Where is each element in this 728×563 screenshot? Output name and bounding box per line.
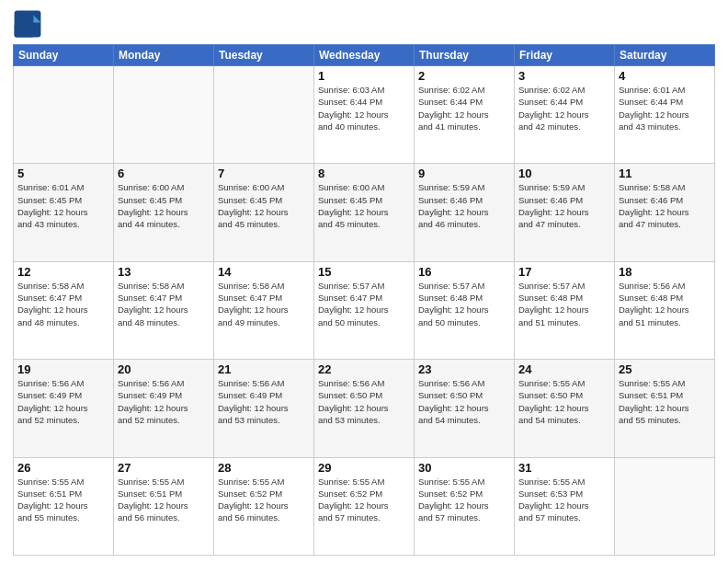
calendar-cell: 10Sunrise: 5:59 AM Sunset: 6:46 PM Dayli… <box>515 164 615 261</box>
weekday-header-friday: Friday <box>515 45 615 66</box>
calendar-cell: 26Sunrise: 5:55 AM Sunset: 6:51 PM Dayli… <box>14 457 114 555</box>
header <box>13 9 715 39</box>
weekday-header-wednesday: Wednesday <box>314 45 415 66</box>
page: SundayMondayTuesdayWednesdayThursdayFrid… <box>0 0 728 563</box>
calendar-row: 12Sunrise: 5:58 AM Sunset: 6:47 PM Dayli… <box>14 261 715 359</box>
day-info: Sunrise: 6:02 AM Sunset: 6:44 PM Dayligh… <box>518 84 610 132</box>
day-info: Sunrise: 5:55 AM Sunset: 6:53 PM Dayligh… <box>518 476 610 524</box>
day-number: 5 <box>17 167 109 180</box>
weekday-header-sunday: Sunday <box>14 45 114 66</box>
calendar-row: 19Sunrise: 5:56 AM Sunset: 6:49 PM Dayli… <box>14 360 715 457</box>
day-info: Sunrise: 6:01 AM Sunset: 6:45 PM Dayligh… <box>17 181 109 230</box>
day-info: Sunrise: 5:56 AM Sunset: 6:49 PM Dayligh… <box>218 377 310 426</box>
day-number: 3 <box>518 69 610 83</box>
day-number: 31 <box>518 461 610 475</box>
weekday-header-monday: Monday <box>114 45 214 66</box>
calendar-cell: 14Sunrise: 5:58 AM Sunset: 6:47 PM Dayli… <box>214 261 314 359</box>
day-info: Sunrise: 6:00 AM Sunset: 6:45 PM Dayligh… <box>218 181 310 230</box>
day-number: 24 <box>518 362 610 376</box>
calendar-row: 26Sunrise: 5:55 AM Sunset: 6:51 PM Dayli… <box>14 457 715 555</box>
calendar: SundayMondayTuesdayWednesdayThursdayFrid… <box>13 44 715 556</box>
logo-icon <box>13 9 42 39</box>
day-info: Sunrise: 5:58 AM Sunset: 6:47 PM Dayligh… <box>17 280 109 328</box>
calendar-row: 5Sunrise: 6:01 AM Sunset: 6:45 PM Daylig… <box>14 164 715 261</box>
day-info: Sunrise: 5:55 AM Sunset: 6:51 PM Dayligh… <box>619 377 711 426</box>
calendar-cell <box>114 66 214 164</box>
day-number: 10 <box>518 167 610 180</box>
day-info: Sunrise: 5:56 AM Sunset: 6:49 PM Dayligh… <box>17 377 109 426</box>
day-number: 1 <box>318 69 410 83</box>
calendar-cell <box>14 66 114 164</box>
day-number: 27 <box>118 461 210 475</box>
calendar-cell <box>214 66 314 164</box>
day-info: Sunrise: 6:00 AM Sunset: 6:45 PM Dayligh… <box>118 181 210 230</box>
day-number: 4 <box>619 69 711 83</box>
day-info: Sunrise: 5:57 AM Sunset: 6:48 PM Dayligh… <box>518 280 610 328</box>
logo <box>13 9 45 39</box>
svg-rect-2 <box>15 24 34 37</box>
calendar-cell: 21Sunrise: 5:56 AM Sunset: 6:49 PM Dayli… <box>214 360 314 457</box>
day-info: Sunrise: 5:56 AM Sunset: 6:50 PM Dayligh… <box>418 377 510 426</box>
day-info: Sunrise: 5:59 AM Sunset: 6:46 PM Dayligh… <box>518 181 610 230</box>
day-info: Sunrise: 5:55 AM Sunset: 6:52 PM Dayligh… <box>318 476 410 524</box>
calendar-cell: 18Sunrise: 5:56 AM Sunset: 6:48 PM Dayli… <box>615 261 715 359</box>
day-info: Sunrise: 5:56 AM Sunset: 6:48 PM Dayligh… <box>619 280 711 328</box>
calendar-cell: 27Sunrise: 5:55 AM Sunset: 6:51 PM Dayli… <box>114 457 214 555</box>
day-number: 22 <box>318 362 410 376</box>
day-info: Sunrise: 5:55 AM Sunset: 6:52 PM Dayligh… <box>418 476 510 524</box>
day-number: 30 <box>418 461 510 475</box>
day-info: Sunrise: 5:56 AM Sunset: 6:50 PM Dayligh… <box>318 377 410 426</box>
day-info: Sunrise: 5:59 AM Sunset: 6:46 PM Dayligh… <box>418 181 510 230</box>
day-number: 19 <box>17 362 109 376</box>
day-number: 18 <box>619 265 711 279</box>
day-number: 17 <box>518 265 610 279</box>
day-info: Sunrise: 5:55 AM Sunset: 6:51 PM Dayligh… <box>17 476 109 524</box>
calendar-cell <box>615 457 715 555</box>
calendar-cell: 9Sunrise: 5:59 AM Sunset: 6:46 PM Daylig… <box>415 164 515 261</box>
calendar-cell: 30Sunrise: 5:55 AM Sunset: 6:52 PM Dayli… <box>415 457 515 555</box>
day-number: 29 <box>318 461 410 475</box>
day-number: 2 <box>418 69 510 83</box>
day-info: Sunrise: 5:58 AM Sunset: 6:47 PM Dayligh… <box>118 280 210 328</box>
day-info: Sunrise: 5:55 AM Sunset: 6:51 PM Dayligh… <box>118 476 210 524</box>
day-number: 13 <box>118 265 210 279</box>
calendar-cell: 13Sunrise: 5:58 AM Sunset: 6:47 PM Dayli… <box>114 261 214 359</box>
calendar-cell: 7Sunrise: 6:00 AM Sunset: 6:45 PM Daylig… <box>214 164 314 261</box>
calendar-cell: 1Sunrise: 6:03 AM Sunset: 6:44 PM Daylig… <box>314 66 415 164</box>
calendar-cell: 17Sunrise: 5:57 AM Sunset: 6:48 PM Dayli… <box>515 261 615 359</box>
calendar-cell: 8Sunrise: 6:00 AM Sunset: 6:45 PM Daylig… <box>314 164 415 261</box>
calendar-cell: 11Sunrise: 5:58 AM Sunset: 6:46 PM Dayli… <box>615 164 715 261</box>
calendar-cell: 23Sunrise: 5:56 AM Sunset: 6:50 PM Dayli… <box>415 360 515 457</box>
day-number: 6 <box>118 167 210 180</box>
calendar-cell: 24Sunrise: 5:55 AM Sunset: 6:50 PM Dayli… <box>515 360 615 457</box>
calendar-cell: 31Sunrise: 5:55 AM Sunset: 6:53 PM Dayli… <box>515 457 615 555</box>
weekday-header-saturday: Saturday <box>615 45 715 66</box>
day-number: 21 <box>218 362 310 376</box>
weekday-header-thursday: Thursday <box>415 45 515 66</box>
day-info: Sunrise: 5:55 AM Sunset: 6:50 PM Dayligh… <box>518 377 610 426</box>
day-number: 15 <box>318 265 410 279</box>
day-number: 9 <box>418 167 510 180</box>
calendar-cell: 16Sunrise: 5:57 AM Sunset: 6:48 PM Dayli… <box>415 261 515 359</box>
day-info: Sunrise: 6:02 AM Sunset: 6:44 PM Dayligh… <box>418 84 510 132</box>
day-info: Sunrise: 6:00 AM Sunset: 6:45 PM Dayligh… <box>318 181 410 230</box>
day-info: Sunrise: 5:58 AM Sunset: 6:46 PM Dayligh… <box>619 181 711 230</box>
weekday-header-tuesday: Tuesday <box>214 45 314 66</box>
calendar-cell: 3Sunrise: 6:02 AM Sunset: 6:44 PM Daylig… <box>515 66 615 164</box>
day-number: 7 <box>218 167 310 180</box>
day-number: 25 <box>619 362 711 376</box>
calendar-cell: 15Sunrise: 5:57 AM Sunset: 6:47 PM Dayli… <box>314 261 415 359</box>
day-number: 28 <box>218 461 310 475</box>
calendar-cell: 25Sunrise: 5:55 AM Sunset: 6:51 PM Dayli… <box>615 360 715 457</box>
calendar-cell: 20Sunrise: 5:56 AM Sunset: 6:49 PM Dayli… <box>114 360 214 457</box>
day-number: 11 <box>619 167 711 180</box>
weekday-header-row: SundayMondayTuesdayWednesdayThursdayFrid… <box>14 45 715 66</box>
calendar-row: 1Sunrise: 6:03 AM Sunset: 6:44 PM Daylig… <box>14 66 715 164</box>
day-info: Sunrise: 5:57 AM Sunset: 6:47 PM Dayligh… <box>318 280 410 328</box>
day-number: 14 <box>218 265 310 279</box>
day-number: 12 <box>17 265 109 279</box>
day-info: Sunrise: 5:56 AM Sunset: 6:49 PM Dayligh… <box>118 377 210 426</box>
calendar-cell: 29Sunrise: 5:55 AM Sunset: 6:52 PM Dayli… <box>314 457 415 555</box>
day-number: 20 <box>118 362 210 376</box>
day-info: Sunrise: 5:55 AM Sunset: 6:52 PM Dayligh… <box>218 476 310 524</box>
